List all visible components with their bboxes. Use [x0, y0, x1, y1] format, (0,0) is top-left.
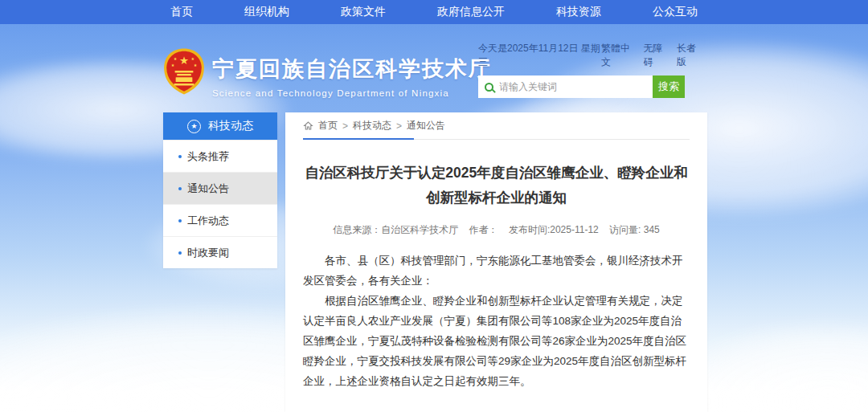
nav-item-organization[interactable]: 组织机构 [244, 5, 289, 19]
content-area: ★ 科技动态 头条推荐 通知公告 工作动态 时政要闻 [163, 112, 707, 412]
article-meta: 信息来源：自治区科学技术厅 作者： 发布时间:2025-11-12 访问量: 3… [303, 223, 690, 237]
breadcrumb-tech-news[interactable]: 科技动态 [353, 119, 391, 133]
sidebar-title: 科技动态 [208, 119, 253, 133]
bullet-dot-icon [178, 219, 182, 222]
article-source: 信息来源：自治区科学技术厅 [333, 224, 458, 235]
search-button[interactable]: 搜索 [653, 75, 685, 98]
national-emblem-logo: ★ ★ ★ ★ ★ [163, 48, 205, 95]
nav-item-home[interactable]: 首页 [170, 5, 193, 19]
article-title: 自治区科技厅关于认定2025年度自治区雏鹰企业、瞪羚企业和创新型标杆企业的通知 [303, 161, 690, 210]
link-accessibility[interactable]: 无障碍 [643, 42, 669, 69]
nav-item-gov-info-disclosure[interactable]: 政府信息公开 [437, 5, 505, 19]
sidebar-item-label: 通知公告 [187, 182, 229, 196]
article-paragraph: 各市、县（区）科技管理部门，宁东能源化工基地管委会，银川经济技术开发区管委会，各… [303, 251, 690, 292]
sidebar-item-work-updates[interactable]: 工作动态 [163, 204, 277, 236]
article-visit-count: 访问量: 345 [609, 224, 660, 235]
article-publish-time: 发布时间:2025-11-12 [509, 224, 599, 235]
sidebar-header: ★ 科技动态 [163, 112, 277, 140]
svg-text:★: ★ [179, 55, 189, 67]
sidebar-item-notices[interactable]: 通知公告 [163, 172, 277, 204]
site-search: 搜索 [478, 75, 685, 98]
nav-item-public-interaction[interactable]: 公众互动 [653, 5, 698, 19]
svg-text:★: ★ [194, 63, 198, 67]
nav-item-policy-documents[interactable]: 政策文件 [341, 5, 386, 19]
top-navigation: 首页 组织机构 政策文件 政府信息公开 科技资源 公众互动 [0, 0, 868, 24]
nav-item-tech-resources[interactable]: 科技资源 [556, 5, 601, 19]
current-date-text: 今天是2025年11月12日 星期三 [478, 42, 601, 69]
search-icon [485, 83, 493, 92]
sidebar-item-political-news[interactable]: 时政要闻 [163, 236, 277, 268]
breadcrumb-home[interactable]: 首页 [318, 119, 338, 133]
breadcrumb: 首页 > 科技动态 > 通知公告 [303, 112, 690, 140]
link-traditional-chinese[interactable]: 繁體中文 [601, 42, 637, 69]
breadcrumb-separator: > [342, 120, 348, 132]
main-panel: 首页 > 科技动态 > 通知公告 自治区科技厅关于认定2025年度自治区雏鹰企业… [285, 112, 707, 412]
sidebar-item-label: 头条推荐 [187, 149, 229, 164]
article-body: 各市、县（区）科技管理部门，宁东能源化工基地管委会，银川经济技术开发区管委会，各… [303, 251, 690, 392]
link-elder-version[interactable]: 长者版 [677, 42, 703, 69]
header-utilities: 今天是2025年11月12日 星期三 繁體中文 无障碍 长者版 搜索 [478, 42, 703, 98]
svg-text:★: ★ [191, 56, 195, 61]
svg-text:★: ★ [171, 63, 175, 67]
bullet-dot-icon [178, 155, 182, 158]
bullet-dot-icon [178, 251, 182, 255]
svg-text:★: ★ [174, 56, 178, 61]
breadcrumb-notices[interactable]: 通知公告 [407, 119, 445, 133]
page-background: 首页 组织机构 政策文件 政府信息公开 科技资源 公众互动 ★ ★ ★ ★ ★ … [0, 0, 868, 412]
search-input[interactable] [499, 81, 646, 92]
sidebar: ★ 科技动态 头条推荐 通知公告 工作动态 时政要闻 [163, 112, 277, 268]
star-circle-icon: ★ [187, 120, 201, 133]
home-icon [303, 120, 313, 131]
bullet-dot-icon [178, 187, 182, 190]
sidebar-item-headline-recommend[interactable]: 头条推荐 [163, 140, 277, 172]
sidebar-item-label: 时政要闻 [187, 246, 229, 260]
article-paragraph: 根据自治区雏鹰企业、瞪羚企业和创新型标杆企业认定管理有关规定，决定认定半亩良人农… [303, 292, 690, 392]
article-author: 作者： [469, 224, 498, 235]
breadcrumb-separator: > [396, 120, 402, 132]
sidebar-item-label: 工作动态 [187, 214, 229, 228]
